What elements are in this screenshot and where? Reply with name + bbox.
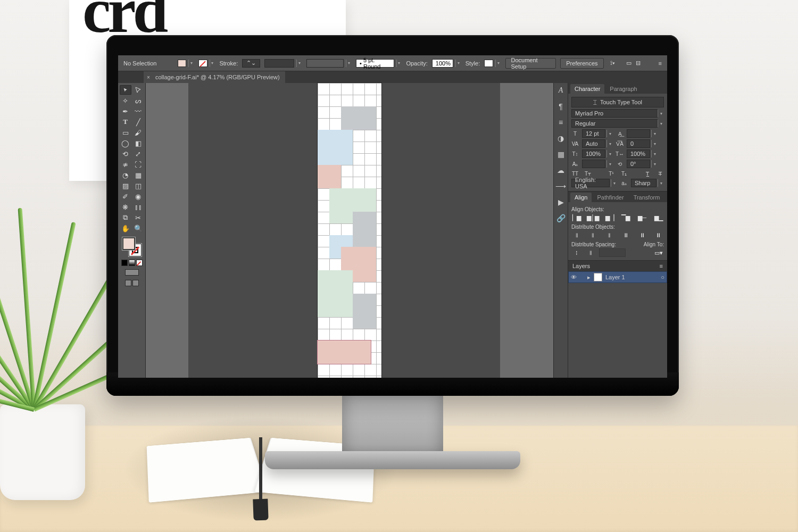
smallcaps-icon[interactable]: Tᴛ — [584, 170, 592, 177]
dist-spacing-v-icon[interactable]: ⫶ — [571, 248, 582, 257]
properties-panel-icon[interactable]: ≡ — [559, 118, 563, 127]
spacing-value-input[interactable] — [599, 248, 626, 257]
art-block-selected[interactable] — [318, 340, 371, 364]
document-tab[interactable]: × collage-grid-F.ai* @ 4.17% (RGB/GPU Pr… — [144, 71, 285, 83]
tab-pathfinder[interactable]: Pathfinder — [593, 193, 628, 202]
dropdown-icon[interactable]: ▾ — [296, 60, 302, 67]
zoom-tool[interactable]: 🔍 — [132, 223, 144, 233]
align-bottom-icon[interactable]: ▆▁ — [653, 213, 664, 222]
art-block[interactable] — [318, 130, 353, 165]
arrange-icon[interactable]: ▭ — [626, 60, 631, 66]
paragraph-panel-icon[interactable]: ¶ — [559, 102, 563, 111]
dropdown-icon[interactable]: ▾ — [651, 150, 658, 157]
dropdown-icon[interactable]: ▾ — [606, 140, 613, 147]
font-style-select[interactable]: Regular — [571, 119, 658, 128]
shaper-tool[interactable]: ◯ — [120, 138, 131, 148]
type-tool[interactable]: T — [120, 117, 131, 127]
color-mode-solid[interactable] — [121, 260, 128, 266]
brush-select[interactable] — [306, 59, 344, 68]
align-pref-icon[interactable]: ⟟▾ — [608, 60, 618, 66]
blend-tool[interactable]: ◉ — [132, 192, 144, 201]
graph-tool[interactable]: ⫿⫿ — [132, 202, 144, 212]
art-block[interactable] — [341, 106, 376, 130]
arrange-icon[interactable]: ⊟ — [636, 60, 641, 66]
lasso-tool[interactable]: ᔕ — [132, 96, 144, 105]
canvas-area[interactable] — [146, 83, 553, 378]
layer-row[interactable]: 👁 ▸ Layer 1 ○ — [568, 271, 667, 283]
underline-icon[interactable]: T̲ — [644, 170, 651, 177]
align-to-select[interactable]: ▭▾ — [653, 248, 664, 257]
panel-menu-icon[interactable]: ≡ — [660, 263, 663, 269]
stroke-weight-input[interactable]: ⌃⌄ — [242, 59, 260, 68]
line-tool[interactable]: ╱ — [132, 117, 144, 127]
mesh-tool[interactable]: ▨ — [120, 181, 131, 190]
superscript-icon[interactable]: T¹ — [608, 170, 615, 177]
cc-libraries-icon[interactable]: ☁ — [557, 166, 564, 174]
draw-mode[interactable] — [125, 269, 139, 276]
expand-panel-icon[interactable]: ▶ — [558, 198, 564, 206]
symbol-sprayer-tool[interactable]: ❋ — [120, 202, 131, 212]
hand-tool[interactable]: ✋ — [120, 223, 131, 233]
art-block[interactable] — [318, 270, 353, 317]
target-icon[interactable]: ○ — [661, 274, 664, 280]
dropdown-icon[interactable]: ▾ — [611, 179, 617, 187]
art-block[interactable] — [318, 165, 341, 188]
selection-tool[interactable] — [120, 85, 131, 95]
dropdown-icon[interactable]: ▾ — [396, 60, 402, 67]
dropdown-icon[interactable]: ▾ — [495, 60, 501, 67]
screen-mode[interactable] — [132, 280, 139, 286]
tab-character[interactable]: Character — [570, 84, 604, 94]
stroke-profile-select[interactable] — [264, 59, 294, 68]
swatches-panel-icon[interactable]: ▦ — [558, 150, 564, 159]
subscript-icon[interactable]: T₁ — [620, 170, 628, 177]
magic-wand-tool[interactable]: ✧ — [120, 96, 131, 105]
direct-selection-tool[interactable] — [132, 85, 144, 95]
tab-transform[interactable]: Transform — [629, 193, 664, 202]
brushes-panel-icon[interactable]: ⟶ — [555, 182, 566, 190]
stroke-variable-select[interactable]: • 5 pt. Round — [356, 59, 394, 68]
kerning-input[interactable]: Auto — [582, 139, 605, 148]
graphic-style-swatch[interactable] — [484, 60, 493, 67]
scale-tool[interactable]: ⤢ — [132, 149, 144, 159]
dropdown-icon[interactable]: ▾ — [606, 150, 613, 157]
dist-left-icon[interactable]: ⏸ — [620, 231, 631, 239]
dropdown-icon[interactable]: ▾ — [606, 130, 613, 137]
dist-vcenter-icon[interactable]: ⫴ — [588, 231, 598, 239]
expand-layer-icon[interactable]: ▸ — [587, 274, 591, 281]
leading-input[interactable] — [627, 129, 650, 138]
art-block[interactable] — [353, 294, 376, 329]
vscale-input[interactable]: 100% — [582, 149, 605, 158]
dist-bottom-icon[interactable]: ⫴ — [604, 231, 615, 239]
antialias-select[interactable]: Sharp — [631, 179, 656, 187]
baseline-input[interactable] — [582, 160, 605, 168]
align-top-icon[interactable]: ▔▆ — [620, 213, 631, 222]
dropdown-icon[interactable]: ▾ — [455, 60, 461, 67]
strikethrough-icon[interactable]: T̶ — [656, 170, 664, 177]
dropdown-icon[interactable]: ▾ — [651, 140, 658, 147]
character-panel-icon[interactable]: A — [559, 86, 563, 95]
dist-right-icon[interactable]: ⏸ — [653, 231, 664, 239]
align-right-icon[interactable]: ▆▕ — [604, 213, 615, 222]
paintbrush-tool[interactable]: 🖌 — [132, 128, 144, 137]
perspective-tool[interactable]: ▦ — [132, 170, 144, 180]
allcaps-icon[interactable]: TT — [571, 170, 579, 177]
artboard-tool[interactable]: ⧉ — [120, 213, 131, 222]
tab-align[interactable]: Align — [570, 193, 592, 202]
shape-builder-tool[interactable]: ◔ — [120, 170, 131, 180]
layer-name[interactable]: Layer 1 — [605, 274, 625, 280]
fill-swatch[interactable] — [178, 60, 186, 67]
close-tab-icon[interactable]: × — [147, 74, 150, 80]
preferences-button[interactable]: Preferences — [560, 58, 603, 69]
eraser-tool[interactable]: ◧ — [132, 138, 144, 148]
rectangle-tool[interactable]: ▭ — [120, 128, 131, 137]
tracking-input[interactable]: 0 — [627, 139, 650, 148]
dropdown-icon[interactable]: ▾ — [658, 120, 664, 127]
align-left-icon[interactable]: ▏▆ — [571, 213, 582, 222]
font-family-select[interactable]: Myriad Pro — [571, 109, 658, 118]
dropdown-icon[interactable]: ▾ — [606, 160, 613, 168]
color-panel-icon[interactable]: ◑ — [558, 134, 564, 143]
touch-type-tool-button[interactable]: ⌶Touch Type Tool — [571, 97, 664, 107]
artboard[interactable] — [318, 83, 381, 378]
art-block[interactable] — [353, 212, 376, 247]
dropdown-icon[interactable]: ▾ — [651, 160, 658, 168]
